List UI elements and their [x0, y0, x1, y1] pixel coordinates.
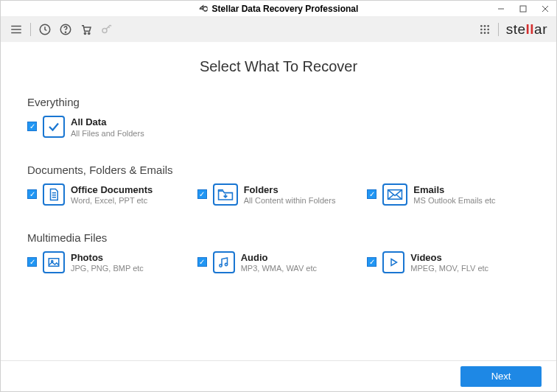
svg-point-9: [65, 32, 66, 32]
item-desc: MS Outlook Emails etc: [413, 195, 495, 206]
item-desc: Word, Excel, PPT etc: [71, 195, 153, 206]
item-label: Videos: [410, 252, 488, 264]
history-icon[interactable]: [38, 23, 52, 36]
checkbox-emails[interactable]: ✓: [367, 189, 376, 199]
play-icon: [382, 251, 404, 273]
svg-marker-33: [391, 259, 397, 265]
svg-point-31: [220, 265, 222, 267]
document-icon: [43, 183, 65, 206]
apps-grid-icon[interactable]: [479, 24, 491, 35]
item-label: Audio: [241, 252, 317, 264]
item-folders[interactable]: ✓ Folders All Content within Folders: [197, 183, 360, 206]
svg-rect-29: [49, 259, 59, 267]
cart-icon[interactable]: [80, 23, 93, 36]
checkbox-audio[interactable]: ✓: [197, 257, 207, 267]
item-office-documents[interactable]: ✓ Office Documents Word, Excel, PPT etc: [27, 183, 190, 206]
svg-rect-1: [520, 6, 526, 12]
svg-line-28: [396, 195, 402, 199]
svg-point-15: [487, 25, 489, 27]
svg-point-20: [483, 32, 486, 34]
checkbox-all-data[interactable]: ✓: [27, 122, 37, 131]
checkbox-videos[interactable]: ✓: [367, 257, 376, 267]
svg-point-12: [102, 29, 107, 33]
item-label: Folders: [244, 184, 336, 196]
svg-point-32: [225, 263, 227, 265]
section-media: Multimedia Files ✓ Photos JPG, PNG, BMP …: [27, 231, 530, 274]
svg-point-18: [487, 29, 489, 31]
checkbox-office[interactable]: ✓: [27, 189, 37, 199]
svg-line-27: [388, 195, 394, 199]
item-desc: All Files and Folders: [71, 128, 144, 139]
item-label: Photos: [71, 252, 144, 264]
window-title: Stellar Data Recovery Professional: [212, 4, 359, 14]
item-photos[interactable]: ✓ Photos JPG, PNG, BMP etc: [27, 251, 190, 274]
titlebar: Stellar Data Recovery Professional: [1, 1, 556, 17]
help-icon[interactable]: [59, 23, 72, 36]
section-heading-docs: Documents, Folders & Emails: [27, 164, 530, 176]
brand-logo: stellar: [506, 21, 547, 38]
music-note-icon: [213, 251, 235, 273]
checkbox-folders[interactable]: ✓: [197, 189, 207, 199]
separator: [498, 23, 499, 36]
item-audio[interactable]: ✓ Audio MP3, WMA, WAV etc: [197, 251, 360, 274]
check-icon: [43, 116, 65, 138]
footer: Next: [1, 360, 556, 391]
item-label: All Data: [71, 116, 144, 128]
close-button[interactable]: [534, 1, 556, 17]
section-heading-media: Multimedia Files: [27, 231, 530, 244]
section-everything: Everything ✓ All Data All Files and Fold…: [27, 96, 530, 139]
minimize-button[interactable]: [490, 1, 512, 17]
separator: [30, 23, 31, 36]
envelope-icon: [382, 183, 407, 206]
app-icon: [199, 4, 208, 13]
item-desc: MPEG, MOV, FLV etc: [410, 263, 488, 273]
item-desc: MP3, WMA, WAV etc: [241, 263, 317, 273]
toolbar: stellar: [1, 17, 556, 42]
svg-point-14: [483, 25, 486, 27]
item-videos[interactable]: ✓ Videos MPEG, MOV, FLV etc: [367, 251, 530, 274]
menu-icon[interactable]: [10, 23, 23, 36]
svg-point-11: [88, 32, 90, 34]
section-docs: Documents, Folders & Emails ✓ Office Doc…: [27, 164, 530, 206]
item-desc: All Content within Folders: [244, 195, 336, 206]
item-desc: JPG, PNG, BMP etc: [71, 263, 144, 273]
svg-point-17: [483, 29, 486, 31]
item-label: Emails: [413, 184, 495, 196]
item-all-data[interactable]: ✓ All Data All Files and Folders: [27, 116, 530, 139]
item-emails[interactable]: ✓ Emails MS Outlook Emails etc: [367, 183, 530, 206]
svg-point-21: [487, 32, 489, 34]
section-heading-everything: Everything: [27, 96, 530, 108]
svg-point-13: [480, 25, 483, 27]
svg-point-16: [480, 29, 483, 31]
item-label: Office Documents: [71, 184, 153, 196]
page-title: Select What To Recover: [27, 58, 530, 75]
folder-download-icon: [213, 183, 238, 206]
svg-point-19: [480, 32, 483, 34]
checkbox-photos[interactable]: ✓: [27, 257, 37, 267]
svg-point-10: [84, 32, 85, 34]
content-area: Select What To Recover Everything ✓ All …: [1, 42, 556, 274]
maximize-button[interactable]: [512, 1, 534, 17]
photo-icon: [43, 251, 65, 273]
key-icon[interactable]: [100, 23, 113, 36]
next-button[interactable]: Next: [460, 366, 542, 387]
